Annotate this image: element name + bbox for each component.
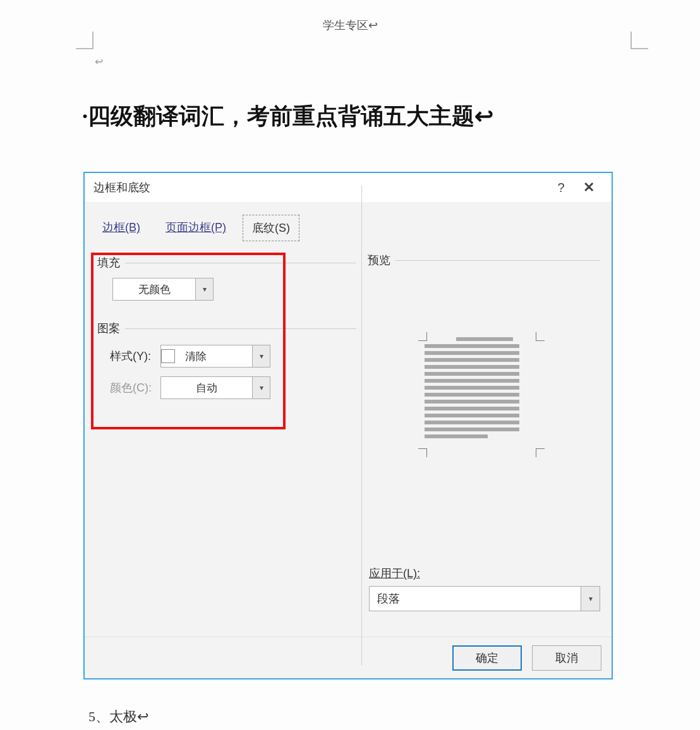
preview-label-text: 预览 <box>368 253 390 268</box>
chevron-down-icon: ▾ <box>260 383 263 392</box>
chevron-down-icon: ▾ <box>589 594 593 603</box>
dialog-body: 边框(B) 页面边框(P) 底纹(S) 填充 无颜色 ▾ <box>85 202 612 678</box>
dialog-titlebar[interactable]: 边框和底纹 ? ✕ <box>85 173 612 202</box>
style-field-label: 样式(Y): <box>110 349 155 364</box>
fill-label-text: 填充 <box>97 255 120 270</box>
fill-color-value: 无颜色 <box>113 282 195 297</box>
help-button[interactable]: ? <box>547 174 575 201</box>
fill-color-dropdown-button[interactable]: ▾ <box>195 278 213 300</box>
pattern-color-combo[interactable]: 自动 ▾ <box>160 376 270 399</box>
dialog-footer: 确定 取消 <box>85 637 612 678</box>
pattern-group-label: 图案 <box>97 321 356 336</box>
right-panel: 预览 <box>363 248 600 630</box>
apply-to-combo[interactable]: 段落 ▾ <box>369 586 600 611</box>
pattern-style-value: 清除 <box>179 349 252 364</box>
preview-label: 预览 <box>368 253 600 268</box>
borders-shading-dialog: 边框和底纹 ? ✕ 边框(B) 页面边框(P) 底纹(S) 填充 无颜色 ▾ <box>83 172 613 679</box>
preview-crop-br <box>536 448 545 457</box>
preview-crop-tr <box>536 332 545 341</box>
left-panel: 填充 无颜色 ▾ 图案 样式(Y): <box>91 248 363 630</box>
vertical-divider <box>361 186 362 666</box>
preview-box <box>425 337 538 438</box>
tab-border[interactable]: 边框(B) <box>94 215 149 241</box>
pattern-style-combo[interactable]: 清除 ▾ <box>160 345 270 368</box>
cancel-button[interactable]: 取消 <box>532 645 601 671</box>
page-crop-mark-tr <box>631 32 648 49</box>
preview-text-lines <box>425 337 538 438</box>
apply-to-dropdown-button[interactable]: ▾ <box>581 587 600 611</box>
preview-crop-tl <box>418 332 427 341</box>
apply-to-section: 应用于(L): 段落 ▾ <box>369 566 600 611</box>
fill-group-label: 填充 <box>97 255 356 270</box>
close-button[interactable]: ✕ <box>575 174 603 201</box>
tab-page-border[interactable]: 页面边框(P) <box>157 215 235 241</box>
chevron-down-icon: ▾ <box>260 352 263 361</box>
fill-color-combo[interactable]: 无颜色 ▾ <box>112 278 214 301</box>
page-header-text: 学生专区↩ <box>0 18 700 33</box>
tab-strip: 边框(B) 页面边框(P) 底纹(S) <box>85 202 612 241</box>
pattern-color-dropdown-button[interactable]: ▾ <box>252 377 270 398</box>
page-crop-mark-tl <box>76 32 94 49</box>
dialog-content: 填充 无颜色 ▾ 图案 样式(Y): <box>85 241 612 637</box>
document-footer-line: 5、太极↩ <box>88 707 148 726</box>
document-title: ·四级翻译词汇，考前重点背诵五大主题↩ <box>82 101 493 132</box>
chevron-down-icon: ▾ <box>203 285 207 294</box>
ok-button[interactable]: 确定 <box>452 645 522 671</box>
apply-to-label: 应用于(L): <box>369 566 600 581</box>
tab-shading[interactable]: 底纹(S) <box>243 215 299 241</box>
apply-to-value: 段落 <box>370 591 581 606</box>
color-field-label: 颜色(C): <box>110 380 155 395</box>
pattern-color-value: 自动 <box>161 381 252 395</box>
pattern-swatch-icon <box>161 349 175 363</box>
preview-crop-bl <box>418 448 427 457</box>
dialog-title: 边框和底纹 <box>94 180 150 195</box>
pattern-style-dropdown-button[interactable]: ▾ <box>252 345 270 367</box>
paragraph-mark-icon: ↩ <box>95 56 103 68</box>
pattern-label-text: 图案 <box>97 321 120 336</box>
